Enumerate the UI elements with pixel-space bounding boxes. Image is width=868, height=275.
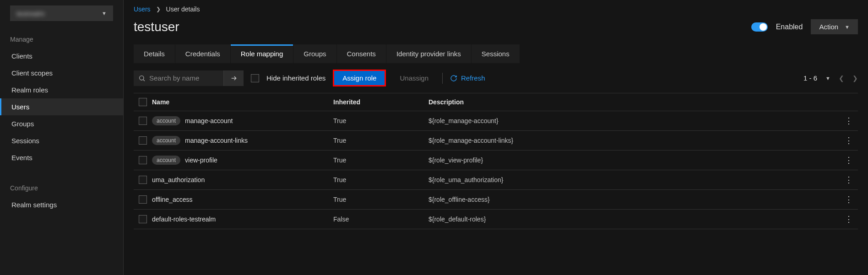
hide-inherited-label: Hide inherited roles [266, 74, 326, 82]
client-chip: account [152, 136, 180, 145]
col-header-description: Description [429, 98, 840, 106]
refresh-button[interactable]: Refresh [450, 74, 485, 82]
tab-groups[interactable]: Groups [293, 44, 336, 63]
svg-line-1 [143, 80, 145, 81]
role-inherited: True [333, 137, 429, 144]
row-checkbox[interactable] [139, 215, 147, 223]
realm-name: testrealm [16, 10, 45, 17]
row-checkbox[interactable] [139, 195, 147, 204]
breadcrumb: Users ❯ User details [124, 4, 868, 15]
breadcrumb-current: User details [166, 5, 200, 13]
pagination-prev: ❮ [839, 75, 844, 82]
role-name: default-roles-testrealm [152, 216, 216, 223]
kebab-icon: ⋮ [845, 194, 853, 205]
client-chip: account [152, 156, 180, 165]
table-row: accountmanage-account-linksTrue${role_ma… [134, 131, 858, 151]
search-icon [138, 75, 146, 82]
tabs: DetailsCredentialsRole mappingGroupsCons… [134, 44, 858, 63]
select-all-checkbox[interactable] [139, 98, 147, 106]
toolbar-separator [442, 73, 443, 84]
nav-manage-list: ClientsClient scopesRealm rolesUsersGrou… [0, 48, 123, 166]
role-description: ${role_uma_authorization} [429, 176, 840, 183]
tab-details[interactable]: Details [134, 44, 175, 63]
role-name: view-profile [185, 156, 217, 164]
sidebar-item-realm-roles[interactable]: Realm roles [0, 81, 123, 98]
row-actions-kebab[interactable]: ⋮ [840, 116, 858, 126]
role-description: ${role_manage-account-links} [429, 137, 840, 144]
sidebar-item-sessions[interactable]: Sessions [0, 132, 123, 149]
search-field-wrap [134, 74, 223, 82]
breadcrumb-users-link[interactable]: Users [134, 5, 151, 13]
page-header: testuser Enabled Action ▼ [124, 15, 868, 34]
role-description: ${role_manage-account} [429, 117, 840, 124]
chevron-down-icon: ▼ [102, 11, 107, 16]
role-inherited: True [333, 156, 429, 164]
sidebar-item-events[interactable]: Events [0, 149, 123, 166]
chevron-right-icon: ❯ [156, 6, 161, 12]
pagination: 1 - 6 ▼ ❮ ❯ [803, 74, 858, 82]
table-row: uma_authorizationTrue${role_uma_authoriz… [134, 170, 858, 190]
table-row: accountmanage-accountTrue${role_manage-a… [134, 111, 858, 131]
row-actions-kebab[interactable]: ⋮ [840, 175, 858, 185]
unassign-button: Unassign [393, 70, 435, 86]
enabled-toggle[interactable] [751, 22, 768, 32]
role-table: Name Inherited Description accountmanage… [134, 93, 858, 229]
role-description: ${role_default-roles} [429, 216, 840, 223]
sidebar-item-clients[interactable]: Clients [0, 48, 123, 65]
pagination-range: 1 - 6 [803, 74, 817, 82]
sidebar-item-realm-settings[interactable]: Realm settings [0, 196, 123, 213]
search-box [134, 70, 244, 86]
table-row: offline_accessTrue${role_offline-access}… [134, 190, 858, 210]
toolbar: Hide inherited roles Assign role Unassig… [124, 63, 868, 93]
sidebar-item-client-scopes[interactable]: Client scopes [0, 65, 123, 81]
tab-consents[interactable]: Consents [337, 44, 386, 63]
refresh-label: Refresh [461, 74, 485, 82]
realm-selector[interactable]: testrealm ▼ [10, 5, 113, 21]
tab-credentials[interactable]: Credentials [175, 44, 230, 63]
nav-configure-list: Realm settings [0, 196, 123, 213]
assign-role-button[interactable]: Assign role [333, 70, 386, 86]
nav-section-configure: Configure [0, 178, 123, 196]
row-actions-kebab[interactable]: ⋮ [840, 135, 858, 146]
pagination-size-caret-icon[interactable]: ▼ [825, 75, 830, 81]
sidebar: testrealm ▼ Manage ClientsClient scopesR… [0, 0, 124, 275]
role-description: ${role_offline-access} [429, 196, 840, 203]
kebab-icon: ⋮ [845, 155, 853, 165]
tab-role-mapping[interactable]: Role mapping [231, 44, 293, 63]
role-inherited: True [333, 196, 429, 203]
svg-point-0 [140, 75, 144, 80]
role-name: manage-account-links [185, 137, 248, 144]
search-input[interactable] [149, 74, 219, 82]
table-row: accountview-profileTrue${role_view-profi… [134, 151, 858, 170]
tab-sessions[interactable]: Sessions [472, 44, 520, 63]
sidebar-item-groups[interactable]: Groups [0, 115, 123, 132]
kebab-icon: ⋮ [845, 116, 853, 126]
page-title: testuser [134, 20, 179, 34]
role-inherited: True [333, 117, 429, 124]
row-actions-kebab[interactable]: ⋮ [840, 155, 858, 165]
row-checkbox[interactable] [139, 156, 147, 164]
kebab-icon: ⋮ [845, 135, 853, 146]
pagination-next: ❯ [852, 75, 858, 82]
action-dropdown[interactable]: Action ▼ [811, 19, 858, 34]
row-actions-kebab[interactable]: ⋮ [840, 194, 858, 205]
row-checkbox[interactable] [139, 176, 147, 184]
row-checkbox[interactable] [139, 136, 147, 145]
enabled-label: Enabled [776, 23, 803, 31]
table-row: default-roles-testrealmFalse${role_defau… [134, 210, 858, 229]
role-inherited: True [333, 176, 429, 183]
row-actions-kebab[interactable]: ⋮ [840, 214, 858, 224]
row-checkbox[interactable] [139, 117, 147, 125]
main-content: Users ❯ User details testuser Enabled Ac… [124, 0, 868, 275]
hide-inherited-checkbox[interactable] [251, 74, 259, 82]
header-controls: Enabled Action ▼ [751, 19, 858, 34]
sidebar-item-users[interactable]: Users [0, 98, 123, 115]
arrow-right-icon [230, 75, 238, 82]
search-submit-button[interactable] [223, 70, 244, 86]
kebab-icon: ⋮ [845, 214, 853, 224]
tab-identity-provider-links[interactable]: Identity provider links [386, 44, 471, 63]
role-inherited: False [333, 216, 429, 223]
role-name: manage-account [185, 117, 233, 124]
refresh-icon [450, 75, 457, 82]
action-label: Action [819, 23, 838, 31]
